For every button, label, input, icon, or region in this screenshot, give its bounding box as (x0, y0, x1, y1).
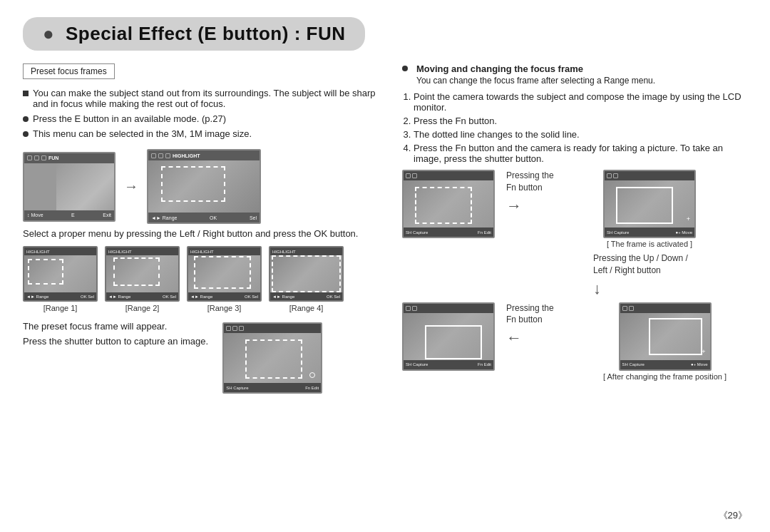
icon-sq-1 (27, 155, 32, 160)
p1r-move: ●+ Move (676, 230, 692, 235)
range-bot-l-1: ◄► Range (26, 295, 48, 299)
range-bot-3: ◄► Range OK Sel (188, 292, 260, 300)
face-img-fun (56, 163, 115, 210)
icon-p2r2 (629, 306, 634, 311)
icon-p1r2 (613, 173, 618, 178)
bullet-item-3: This menu can be selected in the 3M, 1M … (23, 128, 379, 139)
bullet-text-2: Press the E button in an available mode.… (33, 113, 226, 124)
icon-p2r1 (622, 306, 627, 311)
range-dbox-1 (28, 259, 63, 285)
steps-list: Point the camera towards the subject and… (414, 91, 747, 164)
pair2-right: + SH Capture ●+ Move [ After changing th… (603, 302, 727, 381)
preset-bot-bottom: SH Capture Fn Edit (224, 383, 321, 392)
icon-sq-3 (41, 155, 46, 160)
arrow-down-icon: ↓ (593, 280, 601, 298)
pair1-right: + SH Capture ●+ Move [ The frame is acti… (603, 170, 696, 248)
arrow-right-p1: → (506, 197, 522, 215)
circle-bullet-icon-2 (23, 131, 29, 137)
dashed-select-box (161, 166, 225, 202)
p2l-fn: Fn Edit (478, 362, 491, 367)
step-1: Point the camera towards the subject and… (414, 91, 747, 113)
range-screen-1: HIGHLIGHT ◄► Range OK Sel (23, 246, 98, 302)
screen-bottom-bar-highlight: ◄► Range OK Sel (148, 213, 260, 222)
p1r-sh: SH Capture (607, 230, 629, 235)
cam-screen-highlight: HIGHLIGHT ◄► Range OK Sel (147, 149, 261, 224)
preset-text-2: Press the shutter button to capture an i… (23, 334, 208, 349)
fun-label: FUN (48, 155, 58, 160)
p1l-dashed (415, 187, 472, 224)
circle-bullet-moving (402, 66, 408, 71)
screen-top-bar-highlight: HIGHLIGHT (148, 150, 260, 160)
pair1-middle: Pressing theFn button → (506, 170, 592, 218)
bottom-range-nav: ◄► Range (151, 215, 177, 220)
main-screen-row: FUN FUN E1 E2 K M ↕ Move E (23, 149, 379, 224)
range-bot-l-4: ◄► Range (272, 295, 294, 299)
left-column: Preset focus frames You can make the sub… (23, 63, 379, 394)
range-screen-4: HIGHLIGHT ◄► Range OK Sel (269, 246, 344, 302)
p1l-top (404, 171, 493, 180)
range-top-4: HIGHLIGHT (270, 247, 342, 255)
title-bar: ● Special Effect (E button) : FUN (23, 17, 365, 51)
face-area-highlight (148, 160, 260, 213)
pair2-middle: Pressing theFn button ← (506, 302, 592, 351)
range-screen-3: HIGHLIGHT ◄► Range OK Sel (187, 246, 262, 302)
pressing-fn-label-2: Pressing theFn button (506, 302, 554, 327)
range-bot-4: ◄► Range OK Sel (270, 292, 342, 300)
range-top-2: HIGHLIGHT (106, 247, 178, 255)
range-dbox-3 (194, 256, 251, 289)
pair1-screen-right: + SH Capture ●+ Move (603, 170, 696, 238)
range-bot-r-1: OK Sel (81, 295, 94, 299)
p1r-top (605, 171, 694, 180)
icon-pb1 (226, 326, 231, 331)
step-3: The dotted line changes to the solid lin… (414, 129, 747, 140)
range-top-3: HIGHLIGHT (188, 247, 260, 255)
icon-pb3 (239, 326, 244, 331)
updown-label-container: Pressing the Up / Down /Left / Right but… (593, 252, 688, 298)
step-4: Press the Fn button and the camera is re… (414, 143, 747, 164)
bottom-exit: Exit (103, 213, 111, 218)
p2l-bot: SH Capture Fn Edit (404, 360, 493, 369)
bottom-preset-text: The preset focus frame will appear. Pres… (23, 319, 208, 349)
range-1: HIGHLIGHT ◄► Range OK Sel [Range 1] (23, 246, 98, 312)
bullet-item-1: You can make the subject stand out from … (23, 88, 379, 109)
range-label-1: [Range 1] (43, 304, 78, 312)
p2r-solid (649, 318, 702, 355)
p1l-bot: SH Capture Fn Edit (404, 227, 493, 237)
range-dbox-4 (272, 255, 341, 292)
preset-fn: Fn Edit (305, 386, 319, 390)
range-label-4: [Range 4] (289, 304, 324, 312)
range-bot-r-2: OK Sel (163, 295, 176, 299)
preset-text-1: The preset focus frame will appear. (23, 319, 208, 334)
range-row: HIGHLIGHT ◄► Range OK Sel [Range 1] (23, 246, 379, 312)
right-column: Moving and changing the focus frame You … (402, 63, 747, 394)
p2l-top (404, 304, 493, 313)
pair-2-row: SH Capture Fn Edit Pressing theFn button… (402, 302, 747, 381)
icon-sq-2 (34, 155, 39, 160)
range-label-3: [Range 3] (207, 304, 242, 312)
arrow-left-p2: ← (506, 329, 522, 347)
highlight-label: HIGHLIGHT (173, 153, 200, 158)
face-area-fun (24, 163, 114, 210)
pressing-fn-label: Pressing theFn button (506, 170, 554, 194)
bottom-e: E (71, 213, 75, 218)
bottom-preset: The preset focus frame will appear. Pres… (23, 319, 379, 394)
moving-title: Moving and changing the focus frame (416, 63, 655, 74)
icon-sq-h1 (151, 153, 156, 158)
preset-bot-top (224, 324, 321, 333)
range-bot-l-2: ◄► Range (108, 295, 130, 299)
p1l-fn: Fn Edit (478, 230, 491, 235)
page: ● Special Effect (E button) : FUN Preset… (0, 0, 770, 532)
section-label: Preset focus frames (23, 63, 115, 79)
range-4: HIGHLIGHT ◄► Range OK Sel [Range 4] (269, 246, 344, 312)
bullet-text-1: You can make the subject stand out from … (33, 88, 379, 109)
square-bullet-icon (23, 91, 29, 96)
pair2-left: SH Capture Fn Edit (402, 302, 495, 371)
title-bullet: ● (43, 23, 54, 44)
p2l-sh: SH Capture (406, 362, 428, 367)
cam-screen-fun: FUN FUN E1 E2 K M ↕ Move E (23, 152, 115, 222)
page-number: 《29》 (719, 509, 747, 522)
pair1-screen-left: SH Capture Fn Edit (402, 170, 495, 238)
arrow-right-icon: → (124, 178, 138, 195)
range-bot-r-4: OK Sel (327, 295, 340, 299)
screen-bottom-bar-fun: ↕ Move E Exit (24, 210, 114, 220)
